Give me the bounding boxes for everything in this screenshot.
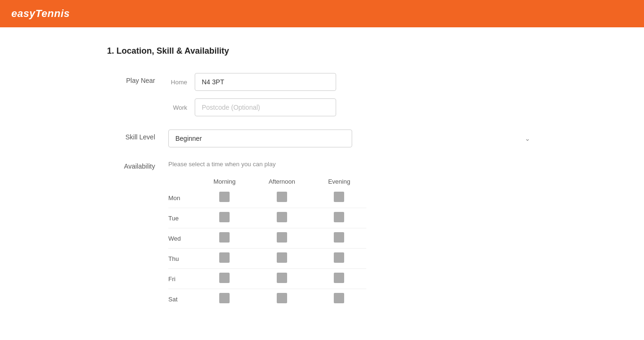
brand-logo: easyTennis	[11, 8, 70, 20]
availability-content: Please select a time when you can play M…	[168, 161, 537, 309]
play-near-label: Play Near	[107, 73, 168, 84]
home-field-group: Home	[168, 73, 537, 91]
skill-level-select[interactable]: Beginner Intermediate Advanced	[168, 130, 352, 147]
work-sublabel: Work	[168, 104, 187, 111]
avail-afternoon-wed[interactable]	[277, 232, 287, 243]
table-row: Mon	[168, 188, 366, 208]
skill-level-row: Skill Level Beginner Intermediate Advanc…	[107, 130, 537, 147]
evening-col-header: Evening	[312, 175, 366, 188]
avail-morning-sat[interactable]	[219, 293, 230, 303]
avail-afternoon-sat[interactable]	[277, 293, 287, 303]
work-field-group: Work	[168, 98, 537, 116]
avail-morning-mon[interactable]	[219, 192, 230, 202]
avail-morning-tue[interactable]	[219, 212, 230, 222]
avail-afternoon-tue[interactable]	[277, 212, 287, 222]
avail-afternoon-mon[interactable]	[277, 192, 287, 202]
skill-level-label: Skill Level	[107, 130, 168, 141]
availability-hint: Please select a time when you can play	[168, 161, 537, 168]
avail-morning-wed[interactable]	[219, 232, 230, 243]
skill-level-fields: Beginner Intermediate Advanced ⌄	[168, 130, 537, 147]
availability-header-row: Morning Afternoon Evening	[168, 175, 366, 188]
avail-evening-wed[interactable]	[334, 232, 344, 243]
section-title: 1. Location, Skill & Availability	[107, 46, 537, 56]
avail-evening-fri[interactable]	[334, 273, 344, 283]
work-postcode-input[interactable]	[195, 98, 336, 116]
table-row: Fri	[168, 269, 366, 289]
table-row: Sat	[168, 289, 366, 309]
day-label: Sat	[168, 289, 198, 309]
table-row: Tue	[168, 208, 366, 228]
avail-evening-tue[interactable]	[334, 212, 344, 222]
day-label: Wed	[168, 228, 198, 249]
play-near-row: Play Near Home Work	[107, 73, 537, 116]
chevron-down-icon: ⌄	[525, 135, 530, 142]
day-label: Thu	[168, 249, 198, 269]
availability-table: Morning Afternoon Evening MonTueWedThuFr…	[168, 175, 366, 309]
table-row: Wed	[168, 228, 366, 249]
avail-evening-mon[interactable]	[334, 192, 344, 202]
avail-afternoon-fri[interactable]	[277, 273, 287, 283]
main-content: 1. Location, Skill & Availability Play N…	[96, 27, 548, 340]
table-row: Thu	[168, 249, 366, 269]
skill-level-select-wrapper: Beginner Intermediate Advanced ⌄	[168, 130, 537, 147]
home-postcode-input[interactable]	[195, 73, 336, 91]
avail-evening-thu[interactable]	[334, 252, 344, 263]
day-label: Mon	[168, 188, 198, 208]
play-near-fields: Home Work	[168, 73, 537, 116]
day-col-header	[168, 175, 198, 188]
avail-afternoon-thu[interactable]	[277, 252, 287, 263]
availability-row: Availability Please select a time when y…	[107, 161, 537, 309]
home-sublabel: Home	[168, 79, 187, 86]
avail-morning-fri[interactable]	[219, 273, 230, 283]
day-label: Fri	[168, 269, 198, 289]
avail-morning-thu[interactable]	[219, 252, 230, 263]
day-label: Tue	[168, 208, 198, 228]
afternoon-col-header: Afternoon	[252, 175, 312, 188]
morning-col-header: Morning	[198, 175, 252, 188]
site-header: easyTennis	[0, 0, 644, 27]
availability-label: Availability	[107, 161, 168, 170]
avail-evening-sat[interactable]	[334, 293, 344, 303]
